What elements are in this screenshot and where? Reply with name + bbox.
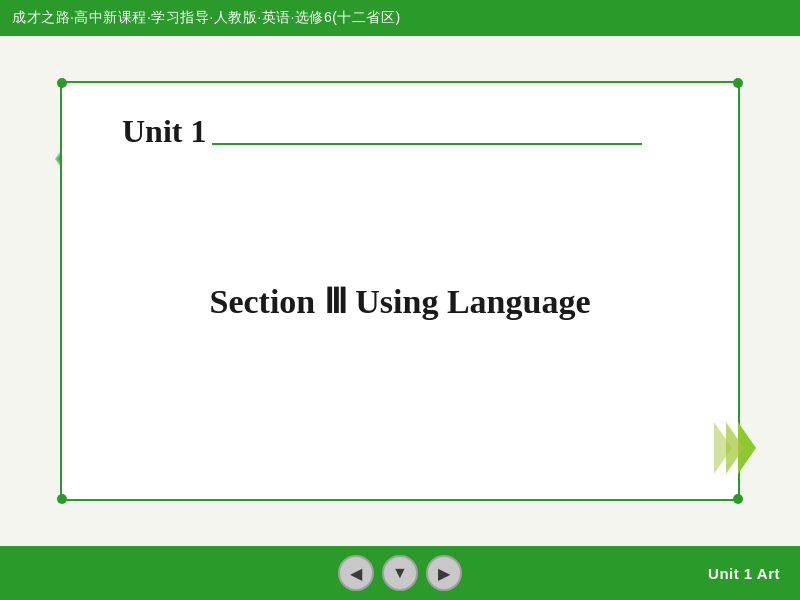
prev-button[interactable]: ◀ xyxy=(338,555,374,591)
right-chevrons-decoration xyxy=(720,422,756,474)
bottom-bar: ◀ ▼ ▶ Unit 1 Art xyxy=(0,546,800,600)
corner-dot-br xyxy=(733,494,743,504)
bottom-info: Unit 1 Art xyxy=(660,565,780,582)
main-content: Unit 1 Section Ⅲ Using Language xyxy=(0,36,800,546)
unit-header: Unit 1 xyxy=(122,113,206,150)
section-title: Section Ⅲ Using Language xyxy=(210,281,591,321)
unit-title: Unit 1 xyxy=(122,113,206,150)
prev-icon: ◀ xyxy=(350,564,362,583)
top-bar-title: 成才之路·高中新课程·学习指导·人教版·英语·选修6(十二省区) xyxy=(12,9,401,27)
corner-dot-tr xyxy=(733,78,743,88)
corner-dot-tl xyxy=(57,78,67,88)
nav-buttons: ◀ ▼ ▶ xyxy=(140,555,660,591)
next-button[interactable]: ▶ xyxy=(426,555,462,591)
next-icon: ▶ xyxy=(438,564,450,583)
home-icon: ▼ xyxy=(392,564,408,582)
corner-dot-bl xyxy=(57,494,67,504)
chevron-right-2 xyxy=(726,422,744,474)
home-button[interactable]: ▼ xyxy=(382,555,418,591)
top-bar: 成才之路·高中新课程·学习指导·人教版·英语·选修6(十二省区) xyxy=(0,0,800,36)
app: 成才之路·高中新课程·学习指导·人教版·英语·选修6(十二省区) Unit 1 xyxy=(0,0,800,600)
slide-card: Unit 1 Section Ⅲ Using Language xyxy=(60,81,740,501)
header-divider-line xyxy=(212,143,642,145)
